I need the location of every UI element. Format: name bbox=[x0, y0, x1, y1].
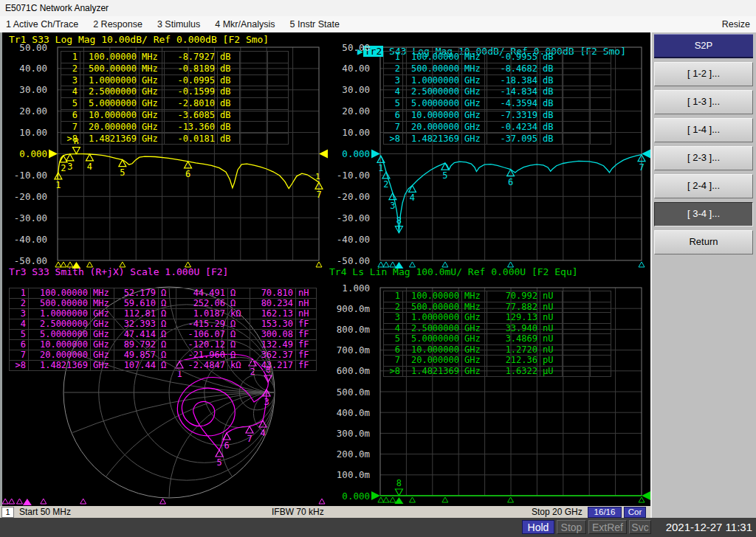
window-title: E5071C Network Analyzer bbox=[0, 0, 756, 16]
marker-table-cell: -3.6085 bbox=[165, 110, 218, 121]
marker-table-cell: 44.491 bbox=[176, 288, 228, 298]
marker-table-cell: GHz bbox=[462, 313, 487, 323]
marker-table-cell: Ω bbox=[159, 288, 176, 298]
marker-table-cell: fF bbox=[296, 350, 317, 360]
marker-table-cell bbox=[563, 367, 591, 377]
softkey-header-s2p[interactable]: S2P bbox=[654, 34, 753, 58]
tr4-stimulus-row bbox=[378, 497, 645, 504]
resize-menu[interactable]: Resize bbox=[722, 16, 750, 32]
marker-table-cell: dB bbox=[540, 98, 563, 109]
softkey--1-2-[interactable]: [ 1-2 ]... bbox=[654, 62, 753, 86]
marker-table-row: 610.000000GHz-7.3319dB bbox=[384, 110, 611, 122]
marker-table-cell bbox=[591, 134, 611, 145]
marker-table-cell: MHz bbox=[140, 63, 165, 75]
marker-table-row: >81.4821369GHz1.6322µU bbox=[384, 367, 611, 378]
marker-table-cell: -4.3594 bbox=[487, 98, 540, 109]
marker-table-cell: 47.414 bbox=[114, 330, 159, 339]
tr4-marker-table: 1100.00000MHz70.992nU2500.00000MHz77.882… bbox=[383, 291, 611, 377]
y-tick-label: 20.00 bbox=[19, 105, 47, 117]
marker-table-cell: fF bbox=[296, 330, 317, 339]
menu-item-3-stimulus[interactable]: 3 Stimulus bbox=[157, 16, 200, 32]
marker-table-cell: 100.00000 bbox=[403, 52, 462, 63]
marker-table-cell bbox=[591, 302, 611, 313]
marker-table-cell: 2 bbox=[384, 63, 403, 75]
marker-table-cell: GHz bbox=[91, 309, 114, 319]
marker-label: 1 bbox=[378, 163, 383, 173]
marker-table-cell: 300.08 bbox=[250, 330, 296, 339]
vna-display[interactable]: 12345678123456788123456781 Tr1 S33 Log M… bbox=[0, 32, 650, 506]
marker-table-cell: 252.06 bbox=[176, 299, 228, 308]
active-marker-icon bbox=[72, 148, 80, 154]
softkey--3-4-[interactable]: [ 3-4 ]... bbox=[654, 202, 753, 226]
marker-table-cell: -415.29 bbox=[176, 319, 228, 329]
marker-label: 4 bbox=[410, 193, 415, 203]
marker-label: 8 bbox=[396, 215, 402, 226]
y-tick-label: 400.0m bbox=[337, 407, 370, 418]
softkey--1-3-[interactable]: [ 1-3 ]... bbox=[654, 90, 753, 114]
marker-table-cell bbox=[591, 367, 611, 377]
marker-label: 7 bbox=[316, 190, 321, 200]
marker-table-cell: 3 bbox=[384, 313, 403, 323]
marker-table-row: 2500.00000MHz-8.4682dB bbox=[384, 63, 611, 75]
marker-table-cell bbox=[591, 75, 611, 86]
marker-table-row: 720.000000GHz212.36pU bbox=[384, 356, 611, 367]
marker-table-row: 2500.00000MHz59.610Ω252.06Ω80.234nH bbox=[10, 299, 317, 309]
start-frequency: Start 50 MHz bbox=[19, 507, 71, 517]
marker-table-cell: 1.0000000 bbox=[403, 313, 462, 323]
menu-item-2-response[interactable]: 2 Response bbox=[93, 16, 142, 32]
marker-table-cell bbox=[591, 313, 611, 323]
marker-label: 3 bbox=[67, 162, 72, 172]
marker-table-cell: 33.940 bbox=[487, 324, 540, 334]
marker-table-cell: nU bbox=[540, 302, 563, 313]
marker-table-cell: dB bbox=[218, 110, 240, 121]
marker-table-cell bbox=[563, 313, 591, 323]
marker-table-cell: 2.5000000 bbox=[403, 324, 462, 334]
marker-table-cell: Ω bbox=[159, 319, 176, 329]
tr1-trace-number: 1 bbox=[315, 172, 320, 181]
softkey-return[interactable]: Return bbox=[654, 230, 753, 254]
marker-label: 4 bbox=[260, 428, 265, 438]
marker-table-cell: µU bbox=[540, 367, 563, 377]
marker-table-cell bbox=[268, 75, 289, 86]
marker-table-cell: 112.81 bbox=[114, 309, 159, 319]
stimulus-marker-icon bbox=[2, 499, 8, 504]
y-tick-label: 0.000 bbox=[19, 148, 47, 159]
marker-label: 8 bbox=[396, 478, 402, 488]
menu-item-1-active-ch-trace[interactable]: 1 Active Ch/Trace bbox=[6, 16, 78, 32]
marker-table-cell bbox=[591, 110, 611, 121]
marker-table-cell: 6 bbox=[384, 345, 403, 356]
marker-table-cell: GHz bbox=[462, 324, 487, 334]
marker-table-cell: GHz bbox=[140, 86, 165, 97]
stimulus-marker-icon bbox=[639, 497, 645, 502]
marker-table-cell: 129.13 bbox=[487, 313, 540, 323]
y-tick-label: 800.0m bbox=[337, 324, 370, 335]
marker-table-cell: dB bbox=[218, 134, 240, 145]
softkey--2-3-[interactable]: [ 2-3 ]... bbox=[654, 146, 753, 170]
marker-table-cell bbox=[563, 324, 591, 334]
menu-item-4-mkr-analysis[interactable]: 4 Mkr/Analysis bbox=[215, 16, 275, 32]
softkey--2-4-[interactable]: [ 2-4 ]... bbox=[654, 174, 753, 198]
marker-table-cell: 5 bbox=[61, 98, 80, 109]
marker-table-cell: MHz bbox=[140, 52, 165, 63]
marker-table-cell: MHz bbox=[462, 63, 487, 75]
marker-table-cell bbox=[563, 134, 591, 145]
menu-item-5-instr-state[interactable]: 5 Instr State bbox=[290, 16, 340, 32]
marker-table-cell: pU bbox=[540, 356, 563, 366]
marker-label: 6 bbox=[508, 177, 513, 187]
marker-table-cell: 52.179 bbox=[114, 288, 159, 298]
marker-table-cell: GHz bbox=[462, 367, 487, 377]
marker-table-cell: 5.0000000 bbox=[403, 334, 462, 344]
marker-table-cell: 5 bbox=[384, 334, 403, 344]
softkey--1-4-[interactable]: [ 1-4 ]... bbox=[654, 118, 753, 142]
marker-table-cell: 49.857 bbox=[114, 350, 159, 360]
marker-table-cell: dB bbox=[218, 75, 240, 86]
marker-table-cell: 1 bbox=[384, 291, 403, 302]
marker-table-cell: -21.960 bbox=[176, 350, 228, 360]
marker-table-cell: -14.834 bbox=[487, 86, 540, 97]
stop-frequency: Stop 20 GHz bbox=[532, 507, 583, 517]
marker-table-cell: 2 bbox=[10, 299, 29, 308]
marker-table-row: 720.000000GHz-0.4234dB bbox=[384, 122, 611, 134]
marker-table-cell: 59.610 bbox=[114, 299, 159, 308]
marker-table-cell bbox=[268, 98, 289, 109]
marker-table-row: 720.000000GHz-13.360dB bbox=[61, 122, 289, 134]
